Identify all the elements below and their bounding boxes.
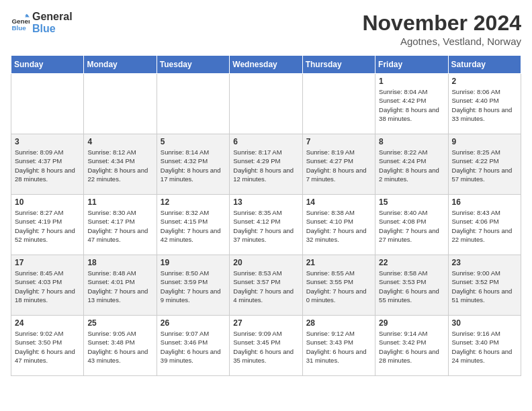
day-number: 22 [379, 258, 444, 267]
day-info: Sunrise: 9:05 AM Sunset: 3:48 PM Dayligh… [87, 329, 152, 365]
col-header-sunday: Sunday [11, 56, 84, 74]
page-title: November 2024 [362, 11, 521, 36]
calendar-cell [84, 74, 157, 134]
day-number: 1 [379, 77, 444, 86]
day-number: 10 [15, 197, 80, 207]
logo: General Blue General Blue [11, 11, 73, 34]
calendar-cell: 3Sunrise: 8:09 AM Sunset: 4:37 PM Daylig… [11, 134, 84, 195]
day-info: Sunrise: 9:12 AM Sunset: 3:43 PM Dayligh… [306, 329, 371, 365]
day-info: Sunrise: 8:38 AM Sunset: 4:10 PM Dayligh… [306, 208, 371, 244]
logo-icon: General Blue [11, 13, 30, 32]
calendar-cell: 26Sunrise: 9:07 AM Sunset: 3:46 PM Dayli… [157, 316, 229, 376]
calendar-cell: 5Sunrise: 8:14 AM Sunset: 4:32 PM Daylig… [157, 134, 229, 195]
day-number: 17 [15, 258, 80, 267]
day-info: Sunrise: 8:25 AM Sunset: 4:22 PM Dayligh… [452, 148, 517, 183]
day-info: Sunrise: 8:14 AM Sunset: 4:32 PM Dayligh… [161, 148, 226, 183]
day-info: Sunrise: 8:04 AM Sunset: 4:42 PM Dayligh… [379, 87, 444, 123]
day-info: Sunrise: 8:19 AM Sunset: 4:27 PM Dayligh… [306, 148, 371, 183]
day-info: Sunrise: 8:12 AM Sunset: 4:34 PM Dayligh… [87, 148, 152, 183]
day-number: 4 [87, 137, 152, 146]
calendar-cell: 25Sunrise: 9:05 AM Sunset: 3:48 PM Dayli… [84, 316, 157, 376]
calendar-cell: 11Sunrise: 8:30 AM Sunset: 4:17 PM Dayli… [84, 195, 157, 255]
day-number: 25 [87, 318, 152, 328]
calendar-cell: 29Sunrise: 9:14 AM Sunset: 3:42 PM Dayli… [375, 316, 448, 376]
day-number: 6 [233, 137, 298, 146]
day-info: Sunrise: 8:09 AM Sunset: 4:37 PM Dayligh… [15, 148, 80, 183]
day-info: Sunrise: 9:00 AM Sunset: 3:52 PM Dayligh… [452, 269, 517, 304]
day-number: 23 [452, 258, 517, 267]
day-info: Sunrise: 8:27 AM Sunset: 4:19 PM Dayligh… [15, 208, 80, 244]
day-info: Sunrise: 8:32 AM Sunset: 4:15 PM Dayligh… [161, 208, 226, 244]
day-number: 16 [452, 197, 517, 207]
calendar-cell: 13Sunrise: 8:35 AM Sunset: 4:12 PM Dayli… [230, 195, 302, 255]
day-info: Sunrise: 8:55 AM Sunset: 3:55 PM Dayligh… [306, 269, 371, 304]
day-info: Sunrise: 9:02 AM Sunset: 3:50 PM Dayligh… [15, 329, 80, 365]
calendar-cell: 9Sunrise: 8:25 AM Sunset: 4:22 PM Daylig… [448, 134, 521, 195]
calendar-cell: 12Sunrise: 8:32 AM Sunset: 4:15 PM Dayli… [157, 195, 229, 255]
day-info: Sunrise: 8:17 AM Sunset: 4:29 PM Dayligh… [233, 148, 298, 183]
col-header-friday: Friday [375, 56, 448, 74]
logo-line1: General [32, 11, 73, 23]
col-header-tuesday: Tuesday [157, 56, 229, 74]
calendar-cell: 22Sunrise: 8:58 AM Sunset: 3:53 PM Dayli… [375, 255, 448, 316]
calendar-cell: 7Sunrise: 8:19 AM Sunset: 4:27 PM Daylig… [302, 134, 375, 195]
day-info: Sunrise: 8:22 AM Sunset: 4:24 PM Dayligh… [379, 148, 444, 183]
day-info: Sunrise: 9:14 AM Sunset: 3:42 PM Dayligh… [379, 329, 444, 365]
calendar-cell: 21Sunrise: 8:55 AM Sunset: 3:55 PM Dayli… [302, 255, 375, 316]
day-number: 5 [161, 137, 226, 146]
day-info: Sunrise: 8:35 AM Sunset: 4:12 PM Dayligh… [233, 208, 298, 244]
calendar-cell [11, 74, 84, 134]
day-info: Sunrise: 8:45 AM Sunset: 4:03 PM Dayligh… [15, 269, 80, 304]
day-info: Sunrise: 8:50 AM Sunset: 3:59 PM Dayligh… [161, 269, 226, 304]
calendar-cell: 8Sunrise: 8:22 AM Sunset: 4:24 PM Daylig… [375, 134, 448, 195]
calendar-cell: 28Sunrise: 9:12 AM Sunset: 3:43 PM Dayli… [302, 316, 375, 376]
day-number: 18 [87, 258, 152, 267]
calendar-cell [230, 74, 302, 134]
logo-line2: Blue [32, 23, 73, 35]
day-number: 7 [306, 137, 371, 146]
svg-text:Blue: Blue [11, 24, 26, 32]
day-info: Sunrise: 8:58 AM Sunset: 3:53 PM Dayligh… [379, 269, 444, 304]
header: General Blue General Blue November 2024 … [11, 11, 521, 47]
calendar-cell: 17Sunrise: 8:45 AM Sunset: 4:03 PM Dayli… [11, 255, 84, 316]
calendar-cell [302, 74, 375, 134]
day-number: 13 [233, 197, 298, 207]
day-number: 9 [452, 137, 517, 146]
day-number: 20 [233, 258, 298, 267]
day-info: Sunrise: 9:07 AM Sunset: 3:46 PM Dayligh… [161, 329, 226, 365]
col-header-monday: Monday [84, 56, 157, 74]
day-number: 27 [233, 318, 298, 328]
day-number: 15 [379, 197, 444, 207]
calendar-cell: 4Sunrise: 8:12 AM Sunset: 4:34 PM Daylig… [84, 134, 157, 195]
col-header-thursday: Thursday [302, 56, 375, 74]
calendar-cell: 23Sunrise: 9:00 AM Sunset: 3:52 PM Dayli… [448, 255, 521, 316]
day-info: Sunrise: 8:48 AM Sunset: 4:01 PM Dayligh… [87, 269, 152, 304]
day-info: Sunrise: 9:09 AM Sunset: 3:45 PM Dayligh… [233, 329, 298, 365]
day-info: Sunrise: 9:16 AM Sunset: 3:40 PM Dayligh… [452, 329, 517, 365]
page-subtitle: Agotnes, Vestland, Norway [362, 36, 521, 47]
calendar-table: SundayMondayTuesdayWednesdayThursdayFrid… [11, 55, 521, 376]
day-number: 28 [306, 318, 371, 328]
day-info: Sunrise: 8:30 AM Sunset: 4:17 PM Dayligh… [87, 208, 152, 244]
day-number: 29 [379, 318, 444, 328]
day-number: 8 [379, 137, 444, 146]
col-header-wednesday: Wednesday [230, 56, 302, 74]
day-number: 14 [306, 197, 371, 207]
calendar-cell: 15Sunrise: 8:40 AM Sunset: 4:08 PM Dayli… [375, 195, 448, 255]
calendar-cell: 6Sunrise: 8:17 AM Sunset: 4:29 PM Daylig… [230, 134, 302, 195]
day-info: Sunrise: 8:06 AM Sunset: 4:40 PM Dayligh… [452, 87, 517, 123]
calendar-cell: 14Sunrise: 8:38 AM Sunset: 4:10 PM Dayli… [302, 195, 375, 255]
col-header-saturday: Saturday [448, 56, 521, 74]
calendar-cell: 2Sunrise: 8:06 AM Sunset: 4:40 PM Daylig… [448, 74, 521, 134]
day-info: Sunrise: 8:43 AM Sunset: 4:06 PM Dayligh… [452, 208, 517, 244]
day-number: 24 [15, 318, 80, 328]
calendar-cell: 30Sunrise: 9:16 AM Sunset: 3:40 PM Dayli… [448, 316, 521, 376]
calendar-cell: 19Sunrise: 8:50 AM Sunset: 3:59 PM Dayli… [157, 255, 229, 316]
day-number: 19 [161, 258, 226, 267]
day-number: 11 [87, 197, 152, 207]
day-info: Sunrise: 8:53 AM Sunset: 3:57 PM Dayligh… [233, 269, 298, 304]
calendar-cell: 16Sunrise: 8:43 AM Sunset: 4:06 PM Dayli… [448, 195, 521, 255]
day-number: 21 [306, 258, 371, 267]
calendar-cell [157, 74, 229, 134]
calendar-cell: 10Sunrise: 8:27 AM Sunset: 4:19 PM Dayli… [11, 195, 84, 255]
